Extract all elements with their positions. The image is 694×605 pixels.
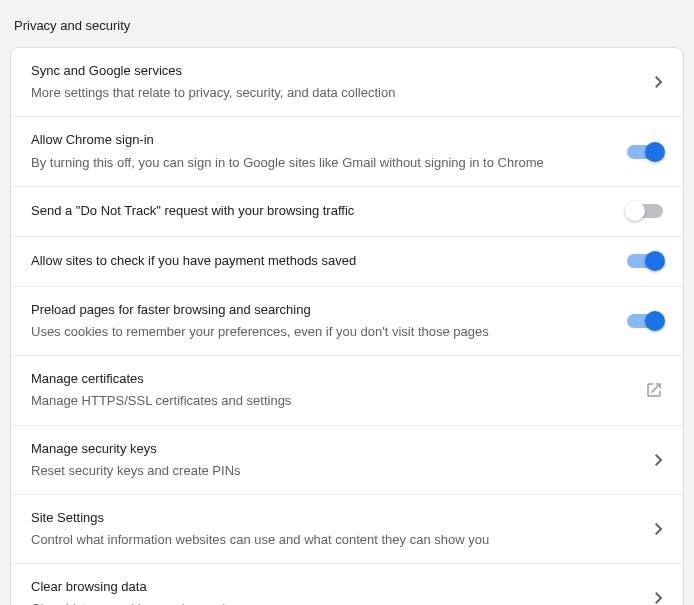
- row-action: [627, 314, 663, 328]
- row-title: Clear browsing data: [31, 578, 639, 596]
- row-title: Sync and Google services: [31, 62, 639, 80]
- settings-row-manage-certificates[interactable]: Manage certificatesManage HTTPS/SSL cert…: [11, 356, 683, 425]
- row-title: Send a "Do Not Track" request with your …: [31, 202, 611, 220]
- row-text: Preload pages for faster browsing and se…: [31, 301, 611, 341]
- row-action: [627, 254, 663, 268]
- row-title: Site Settings: [31, 509, 639, 527]
- row-title: Manage security keys: [31, 440, 639, 458]
- chevron-right-icon: [655, 523, 663, 535]
- settings-row-payment-methods: Allow sites to check if you have payment…: [11, 237, 683, 287]
- chevron-right-icon: [655, 454, 663, 466]
- row-action: [627, 145, 663, 159]
- settings-card: Sync and Google servicesMore settings th…: [10, 47, 684, 605]
- toggle-allow-sign-in[interactable]: [627, 145, 663, 159]
- settings-row-allow-sign-in: Allow Chrome sign-inBy turning this off,…: [11, 117, 683, 186]
- row-title: Manage certificates: [31, 370, 629, 388]
- row-subtitle: Manage HTTPS/SSL certificates and settin…: [31, 392, 629, 410]
- toggle-payment-methods[interactable]: [627, 254, 663, 268]
- settings-row-manage-security-keys[interactable]: Manage security keysReset security keys …: [11, 426, 683, 495]
- row-subtitle: Reset security keys and create PINs: [31, 462, 639, 480]
- chevron-right-icon: [655, 76, 663, 88]
- row-text: Site SettingsControl what information we…: [31, 509, 639, 549]
- row-subtitle: Clear history, cookies, cache, and more: [31, 600, 639, 605]
- row-subtitle: Control what information websites can us…: [31, 531, 639, 549]
- row-text: Clear browsing dataClear history, cookie…: [31, 578, 639, 605]
- settings-row-sync-services[interactable]: Sync and Google servicesMore settings th…: [11, 48, 683, 117]
- settings-row-clear-browsing-data[interactable]: Clear browsing dataClear history, cookie…: [11, 564, 683, 605]
- row-subtitle: Uses cookies to remember your preference…: [31, 323, 611, 341]
- row-text: Sync and Google servicesMore settings th…: [31, 62, 639, 102]
- toggle-preload-pages[interactable]: [627, 314, 663, 328]
- section-title: Privacy and security: [10, 10, 684, 47]
- row-title: Allow sites to check if you have payment…: [31, 252, 611, 270]
- settings-row-do-not-track: Send a "Do Not Track" request with your …: [11, 187, 683, 237]
- settings-row-preload-pages: Preload pages for faster browsing and se…: [11, 287, 683, 356]
- row-subtitle: More settings that relate to privacy, se…: [31, 84, 639, 102]
- row-action: [627, 204, 663, 218]
- row-text: Allow Chrome sign-inBy turning this off,…: [31, 131, 611, 171]
- external-link-icon: [645, 381, 663, 399]
- settings-row-site-settings[interactable]: Site SettingsControl what information we…: [11, 495, 683, 564]
- row-text: Manage certificatesManage HTTPS/SSL cert…: [31, 370, 629, 410]
- row-subtitle: By turning this off, you can sign in to …: [31, 154, 611, 172]
- row-text: Manage security keysReset security keys …: [31, 440, 639, 480]
- row-text: Allow sites to check if you have payment…: [31, 252, 611, 270]
- chevron-right-icon: [655, 592, 663, 604]
- row-text: Send a "Do Not Track" request with your …: [31, 202, 611, 220]
- row-title: Preload pages for faster browsing and se…: [31, 301, 611, 319]
- toggle-do-not-track[interactable]: [627, 204, 663, 218]
- row-title: Allow Chrome sign-in: [31, 131, 611, 149]
